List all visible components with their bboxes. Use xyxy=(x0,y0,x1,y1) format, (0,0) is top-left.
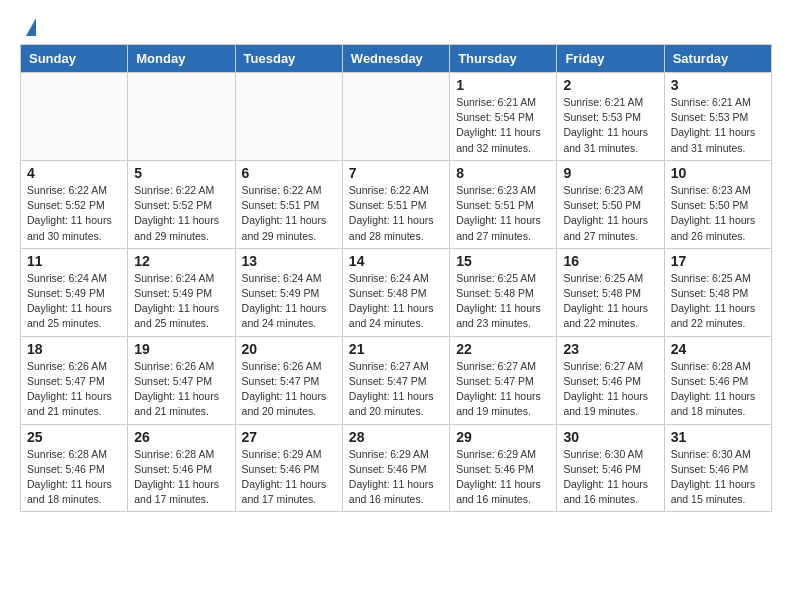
day-number: 17 xyxy=(671,253,765,269)
days-header-row: SundayMondayTuesdayWednesdayThursdayFrid… xyxy=(21,45,772,73)
day-cell-26: 26Sunrise: 6:28 AM Sunset: 5:46 PM Dayli… xyxy=(128,424,235,512)
week-row-4: 25Sunrise: 6:28 AM Sunset: 5:46 PM Dayli… xyxy=(21,424,772,512)
day-cell-30: 30Sunrise: 6:30 AM Sunset: 5:46 PM Dayli… xyxy=(557,424,664,512)
logo xyxy=(24,16,36,36)
day-cell-14: 14Sunrise: 6:24 AM Sunset: 5:48 PM Dayli… xyxy=(342,248,449,336)
day-number: 29 xyxy=(456,429,550,445)
day-number: 25 xyxy=(27,429,121,445)
day-info: Sunrise: 6:25 AM Sunset: 5:48 PM Dayligh… xyxy=(563,271,657,332)
day-number: 5 xyxy=(134,165,228,181)
day-cell-23: 23Sunrise: 6:27 AM Sunset: 5:46 PM Dayli… xyxy=(557,336,664,424)
day-info: Sunrise: 6:29 AM Sunset: 5:46 PM Dayligh… xyxy=(349,447,443,508)
day-number: 8 xyxy=(456,165,550,181)
day-cell-11: 11Sunrise: 6:24 AM Sunset: 5:49 PM Dayli… xyxy=(21,248,128,336)
calendar-wrapper: SundayMondayTuesdayWednesdayThursdayFrid… xyxy=(0,44,792,522)
day-info: Sunrise: 6:25 AM Sunset: 5:48 PM Dayligh… xyxy=(671,271,765,332)
day-info: Sunrise: 6:27 AM Sunset: 5:47 PM Dayligh… xyxy=(349,359,443,420)
day-header-friday: Friday xyxy=(557,45,664,73)
day-cell-9: 9Sunrise: 6:23 AM Sunset: 5:50 PM Daylig… xyxy=(557,160,664,248)
day-number: 1 xyxy=(456,77,550,93)
day-info: Sunrise: 6:27 AM Sunset: 5:46 PM Dayligh… xyxy=(563,359,657,420)
calendar-table: SundayMondayTuesdayWednesdayThursdayFrid… xyxy=(20,44,772,512)
day-number: 6 xyxy=(242,165,336,181)
day-cell-empty xyxy=(342,73,449,161)
day-info: Sunrise: 6:23 AM Sunset: 5:51 PM Dayligh… xyxy=(456,183,550,244)
day-info: Sunrise: 6:22 AM Sunset: 5:52 PM Dayligh… xyxy=(27,183,121,244)
day-number: 12 xyxy=(134,253,228,269)
day-cell-empty xyxy=(128,73,235,161)
day-info: Sunrise: 6:24 AM Sunset: 5:49 PM Dayligh… xyxy=(27,271,121,332)
day-number: 10 xyxy=(671,165,765,181)
day-info: Sunrise: 6:26 AM Sunset: 5:47 PM Dayligh… xyxy=(134,359,228,420)
day-cell-21: 21Sunrise: 6:27 AM Sunset: 5:47 PM Dayli… xyxy=(342,336,449,424)
day-info: Sunrise: 6:29 AM Sunset: 5:46 PM Dayligh… xyxy=(242,447,336,508)
day-cell-13: 13Sunrise: 6:24 AM Sunset: 5:49 PM Dayli… xyxy=(235,248,342,336)
day-cell-16: 16Sunrise: 6:25 AM Sunset: 5:48 PM Dayli… xyxy=(557,248,664,336)
day-number: 23 xyxy=(563,341,657,357)
day-number: 11 xyxy=(27,253,121,269)
day-info: Sunrise: 6:28 AM Sunset: 5:46 PM Dayligh… xyxy=(671,359,765,420)
day-number: 19 xyxy=(134,341,228,357)
day-info: Sunrise: 6:21 AM Sunset: 5:53 PM Dayligh… xyxy=(563,95,657,156)
day-cell-3: 3Sunrise: 6:21 AM Sunset: 5:53 PM Daylig… xyxy=(664,73,771,161)
day-cell-10: 10Sunrise: 6:23 AM Sunset: 5:50 PM Dayli… xyxy=(664,160,771,248)
day-cell-25: 25Sunrise: 6:28 AM Sunset: 5:46 PM Dayli… xyxy=(21,424,128,512)
day-info: Sunrise: 6:28 AM Sunset: 5:46 PM Dayligh… xyxy=(27,447,121,508)
day-info: Sunrise: 6:28 AM Sunset: 5:46 PM Dayligh… xyxy=(134,447,228,508)
day-number: 22 xyxy=(456,341,550,357)
day-cell-19: 19Sunrise: 6:26 AM Sunset: 5:47 PM Dayli… xyxy=(128,336,235,424)
day-cell-18: 18Sunrise: 6:26 AM Sunset: 5:47 PM Dayli… xyxy=(21,336,128,424)
day-number: 7 xyxy=(349,165,443,181)
day-cell-12: 12Sunrise: 6:24 AM Sunset: 5:49 PM Dayli… xyxy=(128,248,235,336)
day-cell-empty xyxy=(235,73,342,161)
day-info: Sunrise: 6:21 AM Sunset: 5:54 PM Dayligh… xyxy=(456,95,550,156)
day-cell-7: 7Sunrise: 6:22 AM Sunset: 5:51 PM Daylig… xyxy=(342,160,449,248)
day-info: Sunrise: 6:23 AM Sunset: 5:50 PM Dayligh… xyxy=(563,183,657,244)
day-cell-1: 1Sunrise: 6:21 AM Sunset: 5:54 PM Daylig… xyxy=(450,73,557,161)
day-number: 9 xyxy=(563,165,657,181)
day-cell-22: 22Sunrise: 6:27 AM Sunset: 5:47 PM Dayli… xyxy=(450,336,557,424)
day-cell-15: 15Sunrise: 6:25 AM Sunset: 5:48 PM Dayli… xyxy=(450,248,557,336)
logo-triangle xyxy=(26,18,36,36)
week-row-0: 1Sunrise: 6:21 AM Sunset: 5:54 PM Daylig… xyxy=(21,73,772,161)
day-info: Sunrise: 6:24 AM Sunset: 5:49 PM Dayligh… xyxy=(134,271,228,332)
day-number: 31 xyxy=(671,429,765,445)
day-number: 28 xyxy=(349,429,443,445)
day-number: 15 xyxy=(456,253,550,269)
day-number: 13 xyxy=(242,253,336,269)
week-row-1: 4Sunrise: 6:22 AM Sunset: 5:52 PM Daylig… xyxy=(21,160,772,248)
day-cell-27: 27Sunrise: 6:29 AM Sunset: 5:46 PM Dayli… xyxy=(235,424,342,512)
day-number: 14 xyxy=(349,253,443,269)
day-cell-29: 29Sunrise: 6:29 AM Sunset: 5:46 PM Dayli… xyxy=(450,424,557,512)
day-cell-31: 31Sunrise: 6:30 AM Sunset: 5:46 PM Dayli… xyxy=(664,424,771,512)
day-header-thursday: Thursday xyxy=(450,45,557,73)
day-number: 24 xyxy=(671,341,765,357)
header xyxy=(0,0,792,44)
day-info: Sunrise: 6:30 AM Sunset: 5:46 PM Dayligh… xyxy=(563,447,657,508)
day-cell-28: 28Sunrise: 6:29 AM Sunset: 5:46 PM Dayli… xyxy=(342,424,449,512)
week-row-3: 18Sunrise: 6:26 AM Sunset: 5:47 PM Dayli… xyxy=(21,336,772,424)
day-cell-8: 8Sunrise: 6:23 AM Sunset: 5:51 PM Daylig… xyxy=(450,160,557,248)
day-header-sunday: Sunday xyxy=(21,45,128,73)
day-number: 21 xyxy=(349,341,443,357)
day-info: Sunrise: 6:21 AM Sunset: 5:53 PM Dayligh… xyxy=(671,95,765,156)
day-info: Sunrise: 6:22 AM Sunset: 5:51 PM Dayligh… xyxy=(349,183,443,244)
day-number: 30 xyxy=(563,429,657,445)
day-info: Sunrise: 6:25 AM Sunset: 5:48 PM Dayligh… xyxy=(456,271,550,332)
day-info: Sunrise: 6:26 AM Sunset: 5:47 PM Dayligh… xyxy=(27,359,121,420)
day-cell-4: 4Sunrise: 6:22 AM Sunset: 5:52 PM Daylig… xyxy=(21,160,128,248)
day-number: 26 xyxy=(134,429,228,445)
day-info: Sunrise: 6:26 AM Sunset: 5:47 PM Dayligh… xyxy=(242,359,336,420)
day-header-monday: Monday xyxy=(128,45,235,73)
day-info: Sunrise: 6:27 AM Sunset: 5:47 PM Dayligh… xyxy=(456,359,550,420)
day-number: 16 xyxy=(563,253,657,269)
day-cell-24: 24Sunrise: 6:28 AM Sunset: 5:46 PM Dayli… xyxy=(664,336,771,424)
day-info: Sunrise: 6:24 AM Sunset: 5:49 PM Dayligh… xyxy=(242,271,336,332)
day-header-tuesday: Tuesday xyxy=(235,45,342,73)
day-cell-6: 6Sunrise: 6:22 AM Sunset: 5:51 PM Daylig… xyxy=(235,160,342,248)
day-header-wednesday: Wednesday xyxy=(342,45,449,73)
week-row-2: 11Sunrise: 6:24 AM Sunset: 5:49 PM Dayli… xyxy=(21,248,772,336)
day-number: 2 xyxy=(563,77,657,93)
day-header-saturday: Saturday xyxy=(664,45,771,73)
day-number: 3 xyxy=(671,77,765,93)
